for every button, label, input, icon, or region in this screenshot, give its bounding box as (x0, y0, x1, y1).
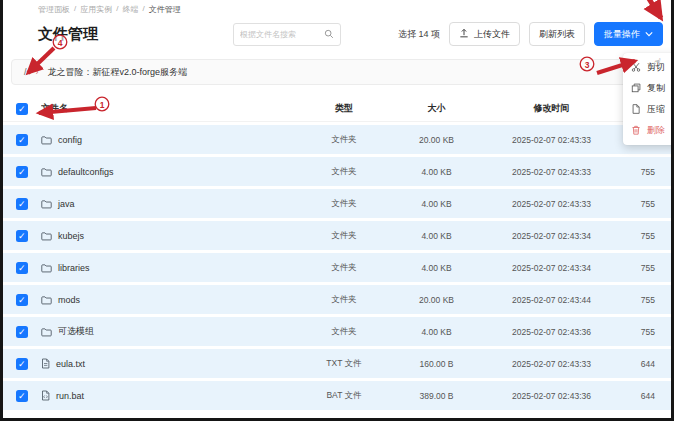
file-permission: 755 (619, 263, 671, 273)
table-row[interactable]: kubejs 文件夹 4.00 KB 2025-02-07 02:43:34 7… (3, 221, 671, 250)
folder-icon (41, 263, 52, 273)
folder-icon (41, 199, 52, 209)
file-name[interactable]: kubejs (58, 231, 84, 241)
breadcrumb-item[interactable]: 终端 (122, 4, 138, 15)
row-checkbox[interactable] (16, 134, 28, 146)
file-name[interactable]: run.bat (56, 391, 84, 401)
row-checkbox[interactable] (16, 262, 28, 274)
row-checkbox[interactable] (16, 326, 28, 338)
trash-icon (631, 125, 641, 137)
file-permission: 755 (619, 327, 671, 337)
file-size: 4.00 KB (389, 231, 484, 241)
table-row[interactable]: eula.txt TXT 文件 160.00 B 2025-02-07 02:4… (3, 349, 671, 378)
scissors-icon (631, 62, 641, 74)
upload-file-button[interactable]: 上传文件 (449, 22, 520, 46)
breadcrumb-item[interactable]: 应用实例 (80, 4, 112, 15)
file-mtime: 2025-02-07 02:43:34 (484, 263, 619, 273)
file-name[interactable]: defaultconfigs (58, 167, 114, 177)
file-mtime: 2025-02-07 02:43:33 (484, 359, 619, 369)
row-checkbox[interactable] (16, 294, 28, 306)
row-checkbox[interactable] (16, 198, 28, 210)
path-current-dir: 龙之冒险：新征程v2.0-forge服务端 (48, 66, 188, 79)
file-type: 文件夹 (299, 198, 389, 210)
folder-icon (41, 295, 52, 305)
file-mtime: 2025-02-07 02:43:36 (484, 391, 619, 401)
folder-icon (41, 327, 52, 337)
folder-icon (41, 167, 52, 177)
menu-item-trash[interactable]: 删除 (626, 120, 674, 141)
file-size: 20.00 KB (389, 295, 484, 305)
file-type: TXT 文件 (299, 358, 389, 370)
chevron-down-icon (645, 29, 653, 39)
breadcrumb: 管理面板/ 应用实例/ 终端/ 文件管理 (38, 4, 671, 15)
search-icon[interactable] (324, 25, 334, 43)
file-mtime: 2025-02-07 02:43:44 (484, 295, 619, 305)
file-mtime: 2025-02-07 02:43:36 (484, 327, 619, 337)
menu-item-copy[interactable]: 复制 (626, 78, 674, 99)
toolbar: 选择 14 项 上传文件 刷新列表 批量操作 (233, 22, 663, 46)
file-size: 160.00 B (389, 359, 484, 369)
file-size: 20.00 KB (389, 135, 484, 145)
path-root-link[interactable]: / (24, 67, 27, 77)
search-box[interactable] (233, 23, 341, 46)
file-type: 文件夹 (299, 166, 389, 178)
row-checkbox[interactable] (16, 358, 28, 370)
column-header-type[interactable]: 类型 (299, 102, 389, 115)
file-permission: 755 (619, 295, 671, 305)
file-type: 文件夹 (299, 230, 389, 242)
file-type: 文件夹 (299, 134, 389, 146)
folder-icon (41, 231, 52, 241)
column-header-mtime[interactable]: 修改时间 (484, 102, 619, 115)
file-type: BAT 文件 (299, 390, 389, 402)
table-row[interactable]: libraries 文件夹 4.00 KB 2025-02-07 02:43:3… (3, 253, 671, 282)
upload-icon (459, 28, 469, 40)
table-row[interactable]: run.bat BAT 文件 389.00 B 2025-02-07 02:43… (3, 381, 671, 410)
table-row[interactable]: config 文件夹 20.00 KB 2025-02-07 02:43:33 … (3, 125, 671, 154)
file-type: 文件夹 (299, 326, 389, 338)
file-name[interactable]: libraries (58, 263, 90, 273)
page-title: 文件管理 (38, 25, 98, 44)
file-mtime: 2025-02-07 02:43:33 (484, 167, 619, 177)
row-checkbox[interactable] (16, 230, 28, 242)
file-name[interactable]: config (58, 135, 82, 145)
search-input[interactable] (240, 30, 324, 39)
column-header-name[interactable]: 文件名 (41, 102, 299, 115)
file-path-bar: / › 龙之冒险：新征程v2.0-forge服务端 (11, 59, 663, 85)
file-name[interactable]: mods (58, 295, 80, 305)
file-mtime: 2025-02-07 02:43:33 (484, 135, 619, 145)
file-text-icon (41, 358, 50, 369)
row-checkbox[interactable] (16, 390, 28, 402)
file-code-icon (41, 390, 50, 401)
file-size: 4.00 KB (389, 167, 484, 177)
file-type: 文件夹 (299, 262, 389, 274)
menu-item-scissors[interactable]: 剪切 (626, 57, 674, 78)
refresh-list-button[interactable]: 刷新列表 (529, 22, 585, 46)
file-mtime: 2025-02-07 02:43:34 (484, 231, 619, 241)
menu-item-compress[interactable]: 压缩 (626, 99, 674, 120)
table-row[interactable]: defaultconfigs 文件夹 4.00 KB 2025-02-07 02… (3, 157, 671, 186)
select-all-checkbox[interactable] (16, 103, 28, 115)
batch-operations-button[interactable]: 批量操作 (594, 22, 663, 46)
table-header: 文件名 类型 大小 修改时间 (3, 96, 671, 122)
file-table: 文件名 类型 大小 修改时间 config 文件夹 20.00 KB 2025-… (3, 96, 671, 410)
table-row[interactable]: java 文件夹 4.00 KB 2025-02-07 02:43:33 755 (3, 189, 671, 218)
path-chevron-icon: › (36, 67, 39, 77)
column-header-size[interactable]: 大小 (389, 102, 484, 115)
file-type: 文件夹 (299, 294, 389, 306)
file-size: 389.00 B (389, 391, 484, 401)
file-name[interactable]: java (58, 199, 75, 209)
table-row[interactable]: mods 文件夹 20.00 KB 2025-02-07 02:43:44 75… (3, 285, 671, 314)
file-size: 4.00 KB (389, 327, 484, 337)
file-name[interactable]: 可选模组 (58, 325, 94, 338)
table-row[interactable]: 可选模组 文件夹 4.00 KB 2025-02-07 02:43:36 755 (3, 317, 671, 346)
file-name[interactable]: eula.txt (56, 359, 85, 369)
row-checkbox[interactable] (16, 166, 28, 178)
file-permission: 644 (619, 391, 671, 401)
breadcrumb-item[interactable]: 管理面板 (38, 4, 70, 15)
breadcrumb-item-current: 文件管理 (149, 4, 181, 15)
table-body: config 文件夹 20.00 KB 2025-02-07 02:43:33 … (3, 125, 671, 410)
file-permission: 644 (619, 359, 671, 369)
selection-count: 选择 14 项 (398, 28, 440, 41)
copy-icon (631, 83, 641, 95)
file-size: 4.00 KB (389, 263, 484, 273)
